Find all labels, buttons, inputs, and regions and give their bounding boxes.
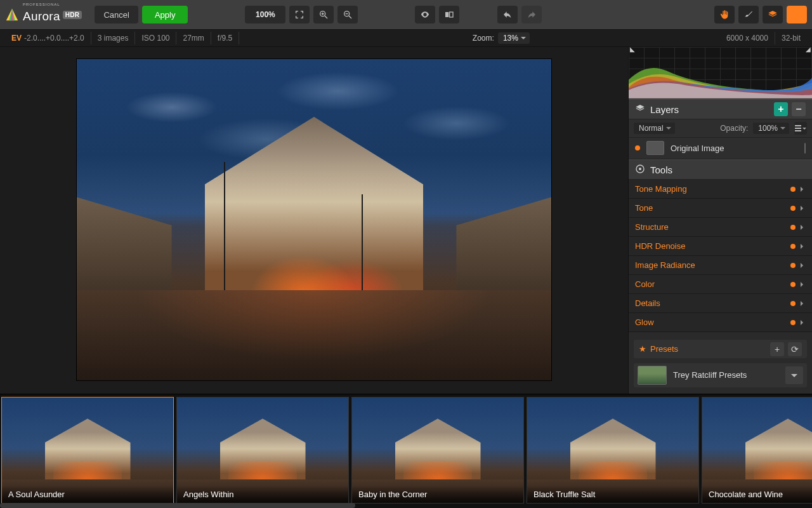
tool-tone[interactable]: Tone [629,199,812,218]
brush-tool-button[interactable] [738,6,759,23]
remove-layer-button[interactable]: − [792,102,806,116]
histogram[interactable]: ◣ ◢ [629,47,812,99]
layers-toggle-button[interactable] [763,6,783,23]
tool-structure[interactable]: Structure [629,218,812,237]
presets-bar: ★ Presets + ⟳ [634,340,807,358]
blend-mode-select[interactable]: Normal [634,123,675,134]
histogram-toggle-button[interactable] [787,6,807,23]
compare-button[interactable] [439,6,459,23]
hand-tool-button[interactable] [714,6,735,23]
cancel-button[interactable]: Cancel [95,6,138,23]
preset-card[interactable]: Angels Within [176,397,349,504]
redo-button[interactable] [521,6,542,23]
image-dimensions: 6000 x 4000 [720,32,775,44]
main-canvas[interactable] [76,58,552,381]
app-edition: PROFESSIONAL [23,3,60,6]
preset-card-label: Baby in the Corner [352,486,523,503]
preset-card-label: Chocolate and Wine [702,486,812,503]
svg-line-8 [349,16,351,18]
ev-values: -2.0....+0.0....+2.0 [24,34,84,43]
tools-panel-header: Tools [629,159,812,180]
zoom-select[interactable]: 13% [498,32,530,44]
top-toolbar: PROFESSIONAL Aurora HDR Cancel Apply 100… [0,0,812,29]
tool-tone-mapping[interactable]: Tone Mapping [629,180,812,199]
zoom-label: Zoom: [473,34,494,43]
preset-card[interactable]: Baby in the Corner [351,397,524,504]
info-bar: EV -2.0....+0.0....+2.0 3 images ISO 100… [0,29,812,47]
bit-depth: 32-bit [775,32,807,44]
svg-line-4 [325,16,327,18]
hdr-badge: HDR [63,11,82,19]
add-layer-button[interactable]: + [774,102,788,116]
ev-label: EV [11,34,22,43]
image-count: 3 images [91,32,136,44]
layers-title: Layers [650,104,679,115]
iso-value: ISO 100 [135,32,176,44]
refresh-presets-button[interactable]: ⟳ [788,342,802,356]
preset-card[interactable]: A Soul Asunder [1,397,174,504]
tool-image-radiance[interactable]: Image Radiance [629,256,812,275]
preset-collection-select[interactable]: Trey Ratcliff Presets [634,363,807,387]
preset-card-label: Black Truffle Salt [527,486,698,503]
svg-point-13 [639,168,641,170]
layers-icon [635,104,645,116]
layer-image-thumb[interactable] [804,143,806,154]
layer-row-original[interactable]: Original Image [629,138,812,159]
presets-label: Presets [650,344,678,354]
undo-button[interactable] [497,6,518,23]
opacity-select[interactable]: 100% [753,123,789,134]
focal-length: 27mm [176,32,211,44]
tools-list: Tone Mapping Tone Structure HDR Denoise … [629,180,812,332]
preset-card-label: A Soul Asunder [2,486,173,503]
tool-color[interactable]: Color [629,275,812,294]
preset-collection-thumb [638,366,667,385]
preset-card[interactable]: Black Truffle Salt [527,397,699,504]
apply-button[interactable]: Apply [142,6,188,23]
fit-screen-button[interactable] [289,6,310,23]
layer-menu-button[interactable] [794,122,807,135]
zoom-out-button[interactable] [337,6,358,23]
tools-icon [635,164,645,176]
logo-icon [5,8,19,22]
side-panel: ◣ ◢ Layers + − Normal Opacity [628,47,812,394]
preset-collection-dropdown[interactable] [785,366,803,384]
layer-options: Normal Opacity: 100% [629,119,812,138]
preset-filmstrip[interactable]: A Soul Asunder Angels Within Baby in the… [0,394,812,508]
app-logo: PROFESSIONAL Aurora HDR [5,1,82,29]
layer-visibility-dot[interactable] [635,145,640,150]
app-name: Aurora [23,10,60,23]
star-icon: ★ [639,344,646,354]
svg-rect-11 [450,12,453,17]
filmstrip-scrollbar[interactable] [0,503,355,508]
aperture: f/9.5 [211,32,239,44]
tool-glow[interactable]: Glow [629,313,812,332]
opacity-label: Opacity: [720,124,748,133]
preset-card[interactable]: Chocolate and Wine [702,397,812,504]
layer-name: Original Image [671,144,724,153]
tool-hdr-denoise[interactable]: HDR Denoise [629,237,812,256]
zoom-in-button[interactable] [313,6,334,23]
layer-mask-thumb[interactable] [646,141,664,155]
svg-rect-10 [445,12,449,17]
preview-toggle-button[interactable] [415,6,435,23]
preset-card-label: Angels Within [177,486,348,503]
tool-details[interactable]: Details [629,294,812,313]
canvas-area[interactable] [0,47,628,394]
zoom-100-button[interactable]: 100% [245,6,285,23]
tools-title: Tools [650,164,672,175]
add-preset-button[interactable]: + [770,342,784,356]
preset-collection-name: Trey Ratcliff Presets [673,370,747,380]
layers-panel-header: Layers + − [629,99,812,119]
